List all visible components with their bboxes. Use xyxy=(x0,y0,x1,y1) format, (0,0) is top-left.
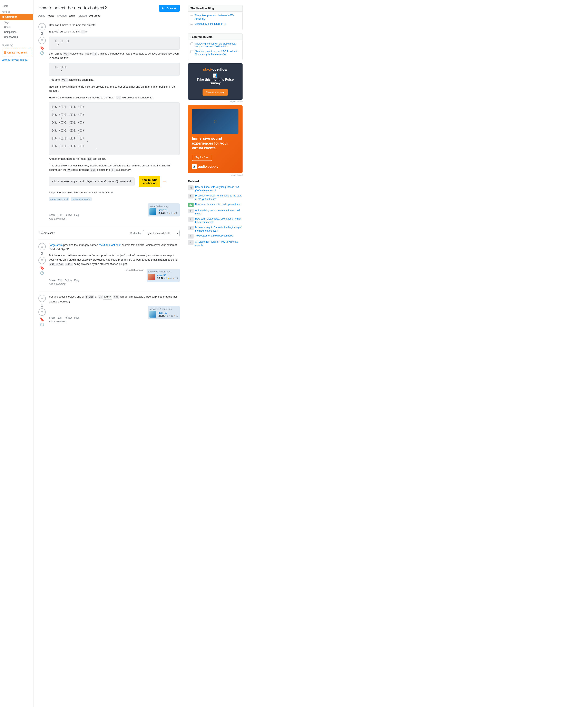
answer-2-user-name[interactable]: user789 xyxy=(159,311,178,314)
answer-1-user-info: user456 36.4k 5 81 112 xyxy=(148,274,178,280)
create-team-button[interactable]: ⊞ Create free Team xyxy=(2,49,32,56)
sidebar-item-questions[interactable]: ⊙ Questions xyxy=(0,14,33,20)
code-a-brace: a} xyxy=(116,96,121,99)
sidebar-item-companies[interactable]: Companies xyxy=(0,30,33,35)
related-link[interactable]: Text object for a field between tabs xyxy=(195,234,233,237)
so-logo: stackoverflow xyxy=(192,67,239,72)
related-link[interactable]: Is there a way to "move to the beginning… xyxy=(195,226,243,233)
tag-cursor-movement[interactable]: cursor-movement xyxy=(49,197,69,201)
answer-1-flag[interactable]: Flag xyxy=(74,279,79,282)
survey-title: Take this month's Pulse Survey xyxy=(192,78,239,85)
enter-key: Enter xyxy=(103,295,112,300)
answer-2-edit[interactable]: Edit xyxy=(58,316,62,319)
edit-link[interactable]: Edit xyxy=(58,213,62,216)
question-text-7: And after that, there is no "next" a} te… xyxy=(49,157,180,161)
asked-time: asked 16 hours ago xyxy=(149,205,178,207)
sidebar-item-home[interactable]: Home xyxy=(0,3,33,8)
answer-1-footer: Share Edit Follow Flag edited 3 hours ag… xyxy=(49,269,180,282)
question-text-5: How can I always move to the next text o… xyxy=(49,85,180,93)
code-braces: {} xyxy=(92,52,97,56)
vote-cell: ▲ 3 ▼ 🔖 🕐 xyxy=(38,23,46,221)
related-link[interactable]: How to replace inner text with yanked te… xyxy=(195,203,241,206)
answer-1-follow[interactable]: Follow xyxy=(65,279,72,282)
related-link[interactable]: Prevent the cursor from moving to the st… xyxy=(195,194,243,201)
looking-teams-link[interactable]: Looking for your Teams? xyxy=(0,57,33,63)
audio-ad-button[interactable]: Try for free xyxy=(192,154,212,161)
answer-2-share[interactable]: Share xyxy=(49,316,56,319)
related-link[interactable]: An easier (or friendlier) way to write t… xyxy=(195,240,243,247)
sidebar-item-unanswered[interactable]: Unanswered xyxy=(0,35,33,39)
question-actions: Share Edit Follow Flag xyxy=(49,213,79,216)
answer-1-upvote[interactable]: ▲ xyxy=(38,243,46,250)
cursor-indicator-code: ↑ xyxy=(81,30,85,33)
survey-report-label[interactable]: Report this ad xyxy=(188,100,243,103)
answer-2-user-info: user789 23.5k 3 26 60 xyxy=(149,311,178,317)
overflow-blog-link-1[interactable]: The philosopher who believes in Web Asse… xyxy=(195,14,240,21)
overflow-blog-link-2[interactable]: Community is the future of AI xyxy=(195,22,226,26)
teams-info-icon[interactable]: i xyxy=(10,44,13,47)
answer-1-bookmark[interactable]: 🔖 xyxy=(40,266,44,270)
answer-2-bookmark[interactable]: 🔖 xyxy=(40,317,44,322)
related-item: 6 Is there a way to "move to the beginni… xyxy=(188,226,243,233)
answer-2-body: For this specific object, one of f{va{ o… xyxy=(49,295,180,327)
follow-link[interactable]: Follow xyxy=(65,213,72,216)
sidebar-item-users[interactable]: Users xyxy=(0,25,33,30)
answer-1-user-area: edited 3 hours ago answered 7 hours ago … xyxy=(126,269,180,282)
answer-2-upvote[interactable]: ▲ xyxy=(38,295,46,302)
checkbox-icon-2 xyxy=(191,50,193,53)
featured-meta-header: Featured on Meta xyxy=(188,34,242,40)
tag-custom-text-object[interactable]: custom-text-object xyxy=(71,197,92,201)
answer-1-downvote[interactable]: ▼ xyxy=(38,257,46,264)
related-link[interactable]: How can I create a text object for a Pyt… xyxy=(195,217,243,224)
bookmark-button[interactable]: 🔖 xyxy=(40,46,44,50)
answer-1-history[interactable]: 🕐 xyxy=(40,271,44,275)
related-count: 26 xyxy=(188,203,194,207)
answer-1-add-comment[interactable]: Add a comment xyxy=(49,282,180,286)
answer-1-edit[interactable]: Edit xyxy=(58,279,62,282)
related-link[interactable]: How do I deal with very long lines in te… xyxy=(195,186,243,192)
downvote-button[interactable]: ▼ xyxy=(38,37,46,44)
checkbox-icon-1 xyxy=(191,42,193,45)
vote-count: 3 xyxy=(41,31,43,36)
question-footer-row: Share Edit Follow Flag asked 16 hours ag… xyxy=(49,203,180,216)
answer-2-flag[interactable]: Flag xyxy=(74,316,79,319)
audio-ad-box: 🎧 Immersive sound experiences for your v… xyxy=(188,105,243,176)
answer-2-add-comment[interactable]: Add a comment xyxy=(49,319,180,324)
user-avatar xyxy=(149,208,156,215)
related-item: 0 How can I create a text object for a P… xyxy=(188,217,243,224)
featured-meta-link-2[interactable]: New blog post from our CEO Prashanth: Co… xyxy=(195,50,240,56)
related-link[interactable]: Automatizing cursor movement in normal m… xyxy=(195,209,243,216)
survey-button[interactable]: Take the survey xyxy=(203,89,228,96)
targets-vim-link[interactable]: Targets.vim xyxy=(49,243,63,246)
user-name-link[interactable]: user123 xyxy=(159,209,178,211)
question-meta: Asked today Modified today Viewed 101 ti… xyxy=(38,14,180,20)
upvote-button[interactable]: ▲ xyxy=(38,23,46,30)
sidebar-item-tags[interactable]: Tags xyxy=(0,20,33,25)
code-block-main: {{}, {{}}}, {{}}, {{}} ^ {{}, {{}}}, {{}… xyxy=(49,102,180,155)
answer-1-share[interactable]: Share xyxy=(49,279,56,282)
next-last-pair-link[interactable]: "next and last pair" xyxy=(99,243,121,246)
pencil-icon-1: ✏ xyxy=(191,14,193,18)
related-items-container: 31 How do I deal with very long lines in… xyxy=(188,186,243,247)
flag-link[interactable]: Flag xyxy=(74,213,79,216)
question-text-4: This time, va{ selects the entire line. xyxy=(49,78,180,82)
answer-2-history[interactable]: 🕐 xyxy=(40,323,44,327)
code-va: va} xyxy=(63,52,70,56)
answer-2-downvote[interactable]: ▼ xyxy=(38,308,46,316)
viewed-meta: Viewed 101 times xyxy=(79,14,100,17)
answer-1-user-name[interactable]: user456 xyxy=(157,274,178,277)
overflow-blog-body: ✏ The philosopher who believes in Web As… xyxy=(188,12,242,30)
history-button[interactable]: 🕐 xyxy=(40,51,44,55)
ask-question-button[interactable]: Ask Question xyxy=(159,5,180,12)
add-comment-link[interactable]: Add a comment xyxy=(49,216,180,221)
answer-2-follow[interactable]: Follow xyxy=(65,316,72,319)
user-info-row: user123 2,063 1 15 35 xyxy=(149,208,178,215)
related-count: 31 xyxy=(188,186,194,190)
share-link[interactable]: Share xyxy=(49,213,56,216)
answer-1-vote-cell: ▲ 2 ▼ 🔖 🕐 xyxy=(38,243,46,286)
sort-select[interactable]: Highest score (default) xyxy=(143,230,180,236)
audio-report-label[interactable]: Report this ad xyxy=(188,174,243,176)
answer-1-body: Targets.vim provides the strangely named… xyxy=(49,243,180,286)
featured-meta-link-1[interactable]: Improving the copy in the close modal an… xyxy=(195,42,240,48)
audio-ad-title: Immersive sound experiences for your vir… xyxy=(192,136,239,150)
